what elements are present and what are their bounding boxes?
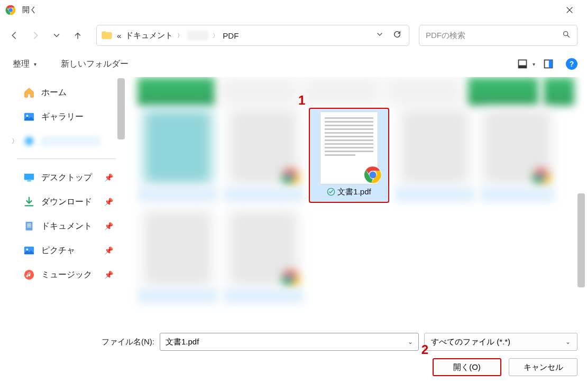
pin-icon: 📌 xyxy=(104,222,113,230)
file-type-value: すべてのファイル (*.*) xyxy=(431,337,510,347)
breadcrumb-overflow[interactable]: « xyxy=(117,31,121,40)
nav-forward-button[interactable] xyxy=(26,26,44,44)
annotation-1: 1 xyxy=(298,93,305,108)
sidebar-item-label: デスクトップ xyxy=(41,172,92,183)
organize-menu[interactable]: 整理 ▾ xyxy=(10,57,40,72)
file-item-blurred[interactable] xyxy=(220,77,297,106)
pin-icon: 📌 xyxy=(104,173,113,182)
view-mode-button[interactable] xyxy=(516,57,529,71)
svg-point-23 xyxy=(370,172,377,179)
pin-icon: 📌 xyxy=(104,246,113,255)
download-icon xyxy=(23,196,35,208)
expand-chevron-icon[interactable]: 〉 xyxy=(12,137,18,146)
svg-rect-12 xyxy=(27,181,31,182)
address-history-dropdown[interactable] xyxy=(374,30,386,41)
sidebar-item-label: ギャラリー xyxy=(41,111,84,123)
home-icon xyxy=(23,87,35,98)
sidebar-divider xyxy=(17,158,116,159)
chevron-right-icon: 〉 xyxy=(177,32,183,40)
svg-rect-15 xyxy=(27,225,31,226)
search-placeholder: PDFの検索 xyxy=(426,31,465,41)
file-item-blurred[interactable] xyxy=(544,77,574,106)
file-type-select[interactable]: すべてのファイル (*.*) ⌄ xyxy=(424,333,577,351)
filename-label: ファイル名(N): xyxy=(10,337,154,347)
breadcrumb-seg-redacted[interactable] xyxy=(187,31,208,40)
file-item-blurred[interactable] xyxy=(386,77,463,106)
sidebar-item-music[interactable]: ミュージック 📌 xyxy=(6,263,125,287)
chrome-badge-icon xyxy=(281,168,300,187)
svg-rect-16 xyxy=(27,227,31,227)
file-item-blurred[interactable] xyxy=(137,108,218,203)
file-item-blurred[interactable] xyxy=(395,108,475,203)
sidebar-item-downloads[interactable]: ダウンロード 📌 xyxy=(6,190,125,214)
filename-input[interactable]: 文書1.pdf ⌄ xyxy=(160,333,419,351)
new-folder-label: 新しいフォルダー xyxy=(61,59,129,70)
search-input[interactable]: PDFの検索 xyxy=(419,25,577,46)
pin-icon: 📌 xyxy=(104,198,113,206)
file-item-blurred[interactable] xyxy=(223,209,304,304)
svg-point-18 xyxy=(26,248,29,250)
sidebar-item-label xyxy=(41,136,100,146)
window-title: 開く xyxy=(22,5,37,15)
search-icon xyxy=(562,30,571,41)
refresh-button[interactable] xyxy=(390,30,405,41)
file-grid: 1 xyxy=(125,77,587,322)
cancel-button[interactable]: キャンセル xyxy=(509,358,577,376)
cloud-icon xyxy=(23,135,35,147)
address-bar[interactable]: « ドキュメント 〉 〉 PDF xyxy=(96,25,409,46)
sidebar-item-home[interactable]: ホーム xyxy=(6,80,125,105)
chrome-badge-icon xyxy=(281,269,300,288)
chevron-down-icon: ⌄ xyxy=(565,338,571,346)
file-item-blurred[interactable] xyxy=(480,108,554,203)
cancel-button-label: キャンセル xyxy=(524,362,563,372)
chrome-badge-icon xyxy=(532,168,551,187)
close-button[interactable] xyxy=(557,0,582,20)
sync-ok-icon xyxy=(327,188,335,196)
annotation-2: 2 xyxy=(421,342,428,357)
music-icon xyxy=(23,269,35,281)
nav-recent-button[interactable] xyxy=(48,26,66,44)
sidebar-item-label: ピクチャ xyxy=(41,245,75,256)
breadcrumb-seg-pdf[interactable]: PDF xyxy=(223,31,239,40)
view-mode-dropdown[interactable]: ▾ xyxy=(533,61,535,67)
open-button-label: 開く(O) xyxy=(453,362,481,372)
file-item-blurred[interactable] xyxy=(303,77,380,106)
caret-down-icon: ▾ xyxy=(34,61,36,67)
sidebar-item-redacted[interactable]: 〉 xyxy=(6,129,125,153)
new-folder-button[interactable]: 新しいフォルダー xyxy=(58,57,132,72)
sidebar: ホーム ギャラリー 〉 デスクトップ 📌 ダウンロード 📌 ドキュメント 📌 xyxy=(0,77,125,322)
desktop-icon xyxy=(23,172,35,183)
chevron-right-icon: 〉 xyxy=(213,32,218,40)
nav-back-button[interactable] xyxy=(5,26,23,44)
sidebar-item-label: ドキュメント xyxy=(41,221,92,232)
file-item-selected[interactable]: 文書1.pdf xyxy=(309,108,389,203)
svg-rect-13 xyxy=(26,222,33,231)
help-button[interactable]: ? xyxy=(566,58,577,70)
preview-pane-button[interactable] xyxy=(542,57,555,71)
file-item-blurred[interactable] xyxy=(468,77,538,106)
organize-label: 整理 xyxy=(13,59,30,70)
breadcrumb[interactable]: « ドキュメント 〉 〉 PDF xyxy=(117,31,239,41)
filename-value: 文書1.pdf xyxy=(166,337,199,347)
breadcrumb-seg-documents[interactable]: ドキュメント xyxy=(125,31,173,41)
open-button[interactable]: 開く(O) xyxy=(433,358,501,376)
file-item-blurred[interactable] xyxy=(137,77,215,106)
filename-history-dropdown[interactable]: ⌄ xyxy=(408,338,413,346)
file-item-blurred[interactable] xyxy=(223,108,304,203)
sidebar-item-label: ホーム xyxy=(41,87,67,98)
svg-point-10 xyxy=(25,137,34,146)
sidebar-item-pictures[interactable]: ピクチャ 📌 xyxy=(6,238,125,263)
svg-rect-14 xyxy=(27,223,31,224)
svg-rect-11 xyxy=(24,174,34,180)
sidebar-item-desktop[interactable]: デスクトップ 📌 xyxy=(6,165,125,190)
file-name: 文書1.pdf xyxy=(337,187,371,197)
sidebar-item-gallery[interactable]: ギャラリー xyxy=(6,105,125,129)
pictures-icon xyxy=(23,245,35,256)
file-item-blurred[interactable] xyxy=(137,209,218,304)
nav-up-button[interactable] xyxy=(69,26,87,44)
svg-point-21 xyxy=(287,174,295,181)
grid-scrollbar[interactable] xyxy=(577,193,585,287)
sidebar-item-documents[interactable]: ドキュメント 📌 xyxy=(6,214,125,238)
chrome-badge-icon xyxy=(364,166,382,184)
svg-rect-5 xyxy=(519,66,527,68)
